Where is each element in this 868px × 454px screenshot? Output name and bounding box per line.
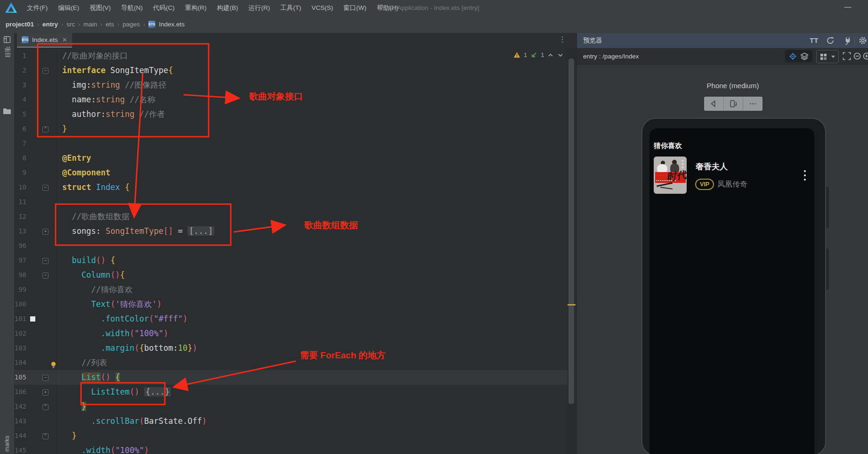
gutter-markers[interactable]: − <box>26 253 59 268</box>
gutter-markers[interactable] <box>26 326 59 341</box>
line-number[interactable]: 2 <box>14 63 26 78</box>
code-text[interactable]: @Component <box>59 165 110 180</box>
menu-item[interactable]: 代码(C) <box>148 0 180 16</box>
code-text[interactable]: //歌曲数组数据 <box>59 209 130 224</box>
line-number[interactable]: 99 <box>14 282 26 297</box>
line-number[interactable]: 100 <box>14 297 26 312</box>
code-text[interactable]: @Entry <box>59 151 91 165</box>
code-text[interactable]: .scrollBar(BarState.Off) <box>59 414 207 429</box>
gutter-markers[interactable] <box>26 78 59 92</box>
breadcrumb-item[interactable]: src <box>66 21 75 28</box>
line-number[interactable]: 9 <box>14 165 26 180</box>
gutter-markers[interactable]: + <box>26 224 59 239</box>
gutter-markers[interactable] <box>26 165 59 180</box>
line-number[interactable]: 5 <box>14 107 26 122</box>
menu-item[interactable]: 重构(R) <box>180 0 212 16</box>
line-number[interactable]: 103 <box>14 341 26 355</box>
line-number[interactable]: 102 <box>14 326 26 341</box>
menu-item[interactable]: 文件(F) <box>22 0 53 16</box>
gutter-markers[interactable]: − <box>26 63 59 78</box>
code-text[interactable]: Column(){ <box>59 268 125 282</box>
fold-marker-icon[interactable]: − <box>42 185 49 191</box>
code-text[interactable]: build() { <box>59 253 115 268</box>
orientation-button[interactable] <box>723 97 743 111</box>
intention-bulb-icon[interactable] <box>50 361 57 369</box>
code-line[interactable]: 142^ } <box>14 399 568 414</box>
gutter-markers[interactable] <box>26 297 59 312</box>
fold-marker-icon[interactable]: − <box>42 375 49 381</box>
gutter-markers[interactable] <box>26 341 59 355</box>
zoom-in-icon[interactable] <box>862 52 868 60</box>
line-number[interactable]: 106 <box>14 385 26 399</box>
more-options-button[interactable]: ⋯ <box>743 97 763 111</box>
gutter-markers[interactable]: ^ <box>26 429 59 443</box>
rotate-left-button[interactable] <box>704 97 723 111</box>
code-text[interactable] <box>59 195 62 209</box>
code-text[interactable] <box>59 136 62 151</box>
next-issue-chevron-icon[interactable] <box>557 52 564 58</box>
code-text[interactable]: img:string //图像路径 <box>59 78 167 92</box>
fold-marker-icon[interactable]: ^ <box>42 126 49 132</box>
code-text[interactable]: //歌曲对象的接口 <box>59 49 128 63</box>
code-line[interactable]: 12 //歌曲数组数据 <box>14 209 568 224</box>
menu-item[interactable]: 窗口(W) <box>338 0 372 16</box>
gutter-markers[interactable] <box>26 282 59 297</box>
fit-frame-icon[interactable] <box>843 52 851 60</box>
inspections-widget[interactable]: 1 1 <box>513 51 564 58</box>
gutter-markers[interactable]: − <box>26 268 59 282</box>
inspector-crosshair-icon[interactable] <box>789 52 797 60</box>
gutter-markers[interactable]: ^ <box>26 399 59 414</box>
line-number[interactable]: 97 <box>14 253 26 268</box>
code-text[interactable]: struct Index { <box>59 180 130 195</box>
breadcrumb-item[interactable]: entry <box>42 21 58 28</box>
gutter-markers[interactable] <box>26 195 59 209</box>
fold-marker-icon[interactable]: + <box>42 389 49 396</box>
line-number[interactable]: 4 <box>14 92 26 107</box>
code-text[interactable]: .margin({bottom:10}) <box>59 341 197 355</box>
line-number[interactable]: 144 <box>14 429 26 443</box>
line-number[interactable]: 145 <box>14 443 26 454</box>
code-text[interactable]: .fontColor("#fff") <box>59 312 187 326</box>
fold-marker-icon[interactable]: ^ <box>42 433 49 439</box>
gutter-markers[interactable] <box>26 414 59 429</box>
code-text[interactable]: List() { <box>59 370 120 385</box>
code-line[interactable]: 99 //猜你喜欢 <box>14 282 568 297</box>
sidebar-item-bookmarks[interactable]: marks <box>4 436 10 452</box>
line-number[interactable]: 10 <box>14 180 26 195</box>
code-line[interactable]: 97− build() { <box>14 253 568 268</box>
code-line[interactable]: 11 <box>14 195 568 209</box>
line-number[interactable]: 12 <box>14 209 26 224</box>
menu-item[interactable]: VCS(S) <box>307 0 339 16</box>
code-line[interactable]: 4 name:string //名称 <box>14 92 568 107</box>
fold-marker-icon[interactable]: ^ <box>42 404 49 410</box>
line-number[interactable]: 8 <box>14 151 26 165</box>
bookmark-square-icon[interactable] <box>30 316 35 322</box>
gutter-markers[interactable]: − <box>26 370 59 385</box>
zoom-out-icon[interactable] <box>853 52 861 60</box>
code-line[interactable]: 98− Column(){ <box>14 268 568 282</box>
code-line[interactable]: 101 .fontColor("#fff") <box>14 312 568 326</box>
line-number[interactable]: 6 <box>14 122 26 136</box>
tab-index-ets[interactable]: ETS Index.ets ✕ <box>17 33 72 48</box>
code-line[interactable]: 2−interface SongItemType{ <box>14 63 568 78</box>
gear-icon[interactable] <box>858 36 868 45</box>
gutter-markers[interactable] <box>26 239 59 253</box>
code-text[interactable]: songs: SongItemType[] = [...] <box>59 224 214 239</box>
code-text[interactable]: //猜你喜欢 <box>59 282 133 297</box>
code-text[interactable]: } <box>59 122 67 136</box>
line-number[interactable]: 1 <box>14 49 26 63</box>
breadcrumb-item[interactable]: ets <box>105 21 114 28</box>
gutter-markers[interactable] <box>26 107 59 122</box>
code-text[interactable]: .width("100%") <box>59 443 149 454</box>
gutter-markers[interactable] <box>26 92 59 107</box>
project-tool-icon[interactable] <box>3 36 11 43</box>
menu-item[interactable]: 视图(V) <box>84 0 116 16</box>
font-size-icon[interactable]: TT <box>810 36 818 44</box>
fold-marker-icon[interactable]: − <box>42 272 49 279</box>
breadcrumb-item[interactable]: project01 <box>6 21 34 28</box>
code-line[interactable]: 144^ } <box>14 429 568 443</box>
gutter-markers[interactable] <box>26 312 59 326</box>
close-icon[interactable]: ✕ <box>62 36 67 43</box>
code-text[interactable]: name:string //名称 <box>59 92 155 107</box>
code-text[interactable]: //列表 <box>59 355 107 370</box>
